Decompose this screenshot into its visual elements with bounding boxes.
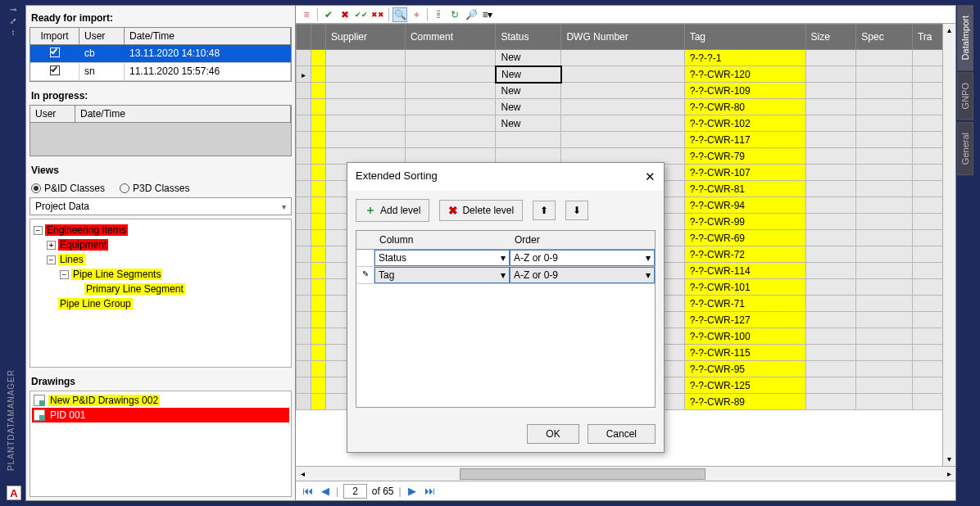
sort-grid: Column Order Status▾A-Z or 0-9▾✎Tag▾A-Z … (356, 230, 656, 408)
tool-list-icon[interactable]: ≡ (299, 7, 314, 22)
grid-header[interactable] (311, 25, 326, 50)
grid-header[interactable] (297, 25, 311, 50)
col-import[interactable]: Import (30, 28, 79, 44)
horizontal-scrollbar[interactable]: ◂ ▸ (296, 466, 955, 481)
import-row[interactable]: cb13.11.2020 14:10:48 (30, 45, 291, 63)
sort-order-select[interactable]: A-Z or 0-9▾ (510, 250, 655, 266)
drawings-label: Drawings (29, 373, 292, 391)
sort-column-select[interactable]: Status▾ (374, 250, 510, 266)
project-tree[interactable]: −Engineering Items +Equipment −Lines −Pi… (29, 219, 292, 368)
sort-row[interactable]: ✎Tag▾A-Z or 0-9▾ (356, 267, 655, 284)
grid-row[interactable]: ?-?-CWR-117 (297, 132, 955, 148)
grid-header[interactable]: Spec (856, 25, 913, 50)
extended-sorting-dialog: Extended Sorting ✕ ＋Add level ✖Delete le… (347, 162, 665, 453)
drawings-list[interactable]: New P&ID Drawings 002PID 001 (29, 391, 292, 497)
cancel-button[interactable]: Cancel (588, 424, 656, 444)
pager-last-icon[interactable]: ⏭ (423, 485, 437, 497)
sort-col-header: Column (374, 231, 510, 249)
tool-refresh-icon[interactable]: ↻ (447, 7, 462, 22)
tree-toggle[interactable]: − (47, 255, 56, 264)
ok-button[interactable]: OK (527, 424, 578, 444)
drawing-icon (34, 409, 45, 421)
tree-pipe-line-group[interactable]: Pipe Line Group (58, 298, 133, 309)
tab-dataimport[interactable]: DataImport (957, 5, 973, 70)
tree-primary-line-segment[interactable]: Primary Line Segment (84, 283, 185, 295)
pager-of-label: of 65 (372, 486, 394, 497)
grid-row[interactable]: New?-?-CWR-120 (297, 66, 955, 83)
sort-row[interactable]: Status▾A-Z or 0-9▾ (356, 250, 655, 267)
scroll-right-icon[interactable]: ▸ (942, 467, 955, 481)
chevron-down-icon: ▾ (501, 252, 506, 264)
scroll-left-icon[interactable]: ◂ (296, 467, 309, 481)
delete-icon: ✖ (448, 204, 458, 217)
dialog-title: Extended Sorting (356, 169, 438, 184)
tool-columns-icon[interactable]: ⦙⦙ (431, 7, 446, 22)
grid-header[interactable]: DWG Number (561, 25, 684, 50)
progress-table: User Date/Time (29, 105, 292, 156)
tool-reject-icon[interactable]: ✖ (338, 7, 352, 22)
prog-col-user[interactable]: User (30, 106, 75, 122)
pager-page-input[interactable]: 2 (343, 484, 367, 499)
views-label: Views (29, 161, 292, 179)
move-up-button[interactable]: ⬆ (533, 201, 556, 220)
collapse-icon[interactable]: ⤢ (5, 16, 21, 28)
chevron-down-icon: ▾ (282, 202, 286, 211)
grid-toolbar: ≡ ✔ ✖ ✔✔ ✖✖ 🔍 ⌖ ⦙⦙ ↻ 🔎 ≡▾ (296, 6, 955, 24)
tool-find-icon[interactable]: 🔎 (464, 7, 479, 22)
drawing-icon (34, 395, 45, 406)
import-row[interactable]: sn11.11.2020 15:57:46 (30, 63, 291, 81)
grid-row[interactable]: New?-?-CWR-102 (297, 115, 955, 132)
grid-row[interactable]: New?-?-CWR-109 (297, 83, 955, 99)
col-datetime[interactable]: Date/Time (125, 28, 291, 44)
pager-first-icon[interactable]: ⏮ (301, 485, 315, 497)
tree-engineering-items[interactable]: Engineering Items (45, 224, 128, 236)
grid-header[interactable]: Status (496, 25, 561, 50)
pin-icon[interactable]: ⊸ (5, 5, 21, 16)
tool-sort-icon[interactable]: ≡▾ (480, 7, 495, 22)
pager: ⏮ ◀ | 2 of 65 | ▶ ⏭ (296, 481, 955, 500)
scroll-up-icon[interactable]: ▴ (943, 24, 955, 37)
menu-icon[interactable]: ↕ (5, 28, 21, 39)
scroll-down-icon[interactable]: ▾ (943, 453, 955, 466)
radio-pid-classes[interactable]: P&ID Classes (31, 183, 105, 194)
delete-level-button[interactable]: ✖Delete level (439, 200, 523, 221)
tree-toggle[interactable]: − (60, 270, 69, 279)
tree-toggle[interactable]: − (34, 226, 43, 235)
pager-next-icon[interactable]: ▶ (406, 485, 418, 497)
pager-prev-icon[interactable]: ◀ (320, 485, 331, 497)
grid-header[interactable]: Supplier (326, 25, 406, 50)
col-user[interactable]: User (79, 28, 125, 44)
move-down-button[interactable]: ⬇ (565, 201, 588, 220)
sort-order-header: Order (510, 231, 655, 249)
sort-order-select[interactable]: A-Z or 0-9▾ (510, 267, 655, 283)
close-icon[interactable]: ✕ (645, 169, 656, 184)
tree-toggle[interactable]: + (47, 241, 56, 250)
tree-equipment[interactable]: Equipment (58, 239, 108, 251)
chevron-down-icon: ▾ (646, 269, 651, 281)
tab-gnpo[interactable]: GNPO (957, 72, 973, 120)
grid-header[interactable]: Size (805, 25, 856, 50)
grid-row[interactable]: New?-?-?-1 (297, 50, 955, 66)
sort-column-select[interactable]: Tag▾ (374, 267, 510, 283)
drawing-item[interactable]: New P&ID Drawings 002 (32, 393, 289, 408)
tool-accept-all-icon[interactable]: ✔✔ (354, 7, 369, 22)
grid-header[interactable]: Tag (684, 25, 805, 50)
project-data-combo[interactable]: Project Data▾ (29, 197, 292, 215)
tree-lines[interactable]: Lines (58, 254, 85, 265)
tool-search-icon[interactable]: 🔍 (392, 7, 407, 22)
tool-target-icon[interactable]: ⌖ (409, 7, 424, 22)
tree-pipe-line-segments[interactable]: Pipe Line Segments (71, 269, 162, 280)
scroll-thumb[interactable] (460, 468, 706, 480)
progress-label: In progress: (29, 87, 292, 105)
tool-accept-icon[interactable]: ✔ (321, 7, 336, 22)
drawing-item[interactable]: PID 001 (32, 408, 289, 422)
prog-col-datetime[interactable]: Date/Time (75, 106, 291, 122)
tool-reject-all-icon[interactable]: ✖✖ (370, 7, 385, 22)
add-level-button[interactable]: ＋Add level (356, 199, 429, 222)
grid-row[interactable]: New?-?-CWR-80 (297, 99, 955, 115)
vertical-scrollbar[interactable]: ▴ ▾ (942, 24, 955, 466)
tab-general[interactable]: General (957, 122, 973, 175)
radio-p3d-classes[interactable]: P3D Classes (120, 183, 189, 194)
grid-header[interactable]: Comment (405, 25, 496, 50)
autocad-logo: A (7, 486, 21, 500)
